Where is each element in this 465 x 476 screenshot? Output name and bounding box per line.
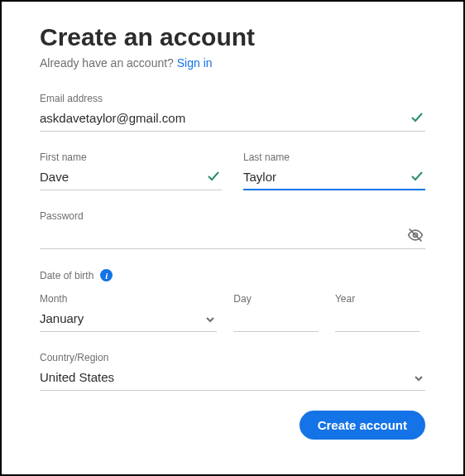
country-select[interactable]: United States <box>40 367 425 391</box>
day-label: Day <box>233 293 319 305</box>
password-label: Password <box>40 210 425 222</box>
month-select[interactable]: January <box>40 308 217 332</box>
last-name-label: Last name <box>243 151 425 163</box>
day-value <box>233 311 299 326</box>
chevron-down-icon <box>414 372 424 382</box>
day-select[interactable] <box>233 308 319 332</box>
month-label: Month <box>40 293 217 305</box>
password-field[interactable] <box>40 228 405 243</box>
chevron-down-icon <box>205 313 215 323</box>
check-icon <box>410 111 424 124</box>
first-name-label: First name <box>40 151 222 163</box>
create-account-button[interactable]: Create account <box>300 411 425 440</box>
check-icon <box>207 170 220 183</box>
email-label: Email address <box>40 93 425 104</box>
dob-section-label: Date of birth <box>40 270 93 281</box>
already-have-text: Already have an account? <box>40 56 177 70</box>
year-select[interactable] <box>335 308 420 332</box>
country-label: Country/Region <box>40 352 425 363</box>
check-icon <box>410 170 424 183</box>
eye-off-icon[interactable] <box>407 227 424 243</box>
month-value: January <box>40 311 197 326</box>
email-field[interactable] <box>40 111 405 125</box>
year-label: Year <box>335 293 420 305</box>
signin-prompt: Already have an account? Sign in <box>40 56 425 70</box>
year-value <box>335 311 400 326</box>
first-name-field[interactable] <box>40 170 202 184</box>
sign-in-link[interactable]: Sign in <box>177 56 213 70</box>
country-value: United States <box>40 370 405 385</box>
info-icon[interactable]: i <box>100 269 113 281</box>
last-name-field[interactable] <box>243 170 405 184</box>
page-title: Create an account <box>40 23 425 51</box>
